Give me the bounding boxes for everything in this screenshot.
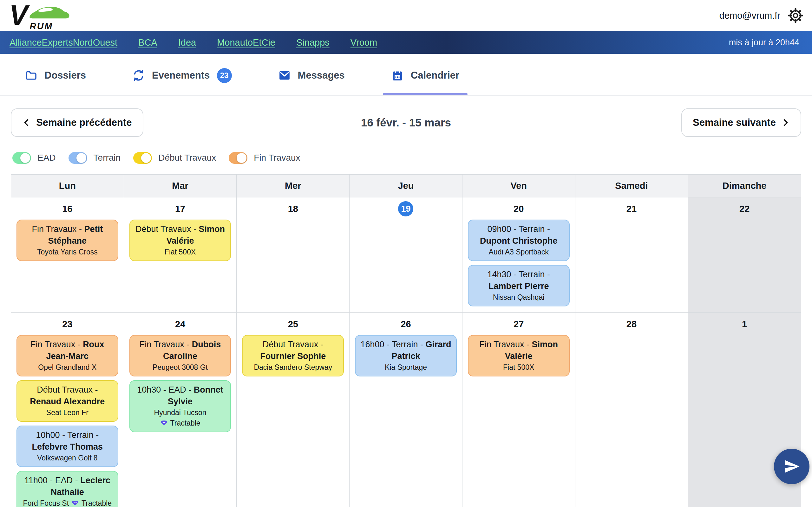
chevron-right-icon (781, 118, 790, 127)
nav-link-alliance[interactable]: AllianceExpertsNordOuest (9, 38, 117, 48)
calendar-grid: Lun Mar Mer Jeu Ven Samedi Dimanche 16 F… (11, 174, 801, 507)
event-type-filters: EAD Terrain Début Travaux Fin Travaux (0, 148, 812, 167)
chevron-left-icon (22, 118, 31, 127)
today-indicator: 19 (398, 201, 413, 216)
nav-link-vroom[interactable]: Vroom (351, 38, 377, 48)
event-card[interactable]: 14h30 - Terrain - Lambert Pierre Nissan … (468, 265, 570, 306)
calendar-icon (391, 69, 404, 82)
week-navigation: 16 févr. - 15 mars Semaine précédente Se… (0, 108, 812, 137)
day-cell-21: 21 (575, 198, 688, 313)
event-card[interactable]: Début Travaux - Fournier Sophie Dacia Sa… (242, 335, 344, 377)
filter-terrain: Terrain (68, 152, 121, 164)
day-number: 23 (11, 317, 124, 331)
day-cell-16: 16 Fin Travaux - Petit Stéphane Toyota Y… (11, 198, 124, 313)
last-updated-text: mis à jour à 20h44 (729, 38, 799, 48)
day-number: 20 (462, 202, 575, 216)
day-number: 18 (237, 202, 349, 216)
nav-link-sinapps[interactable]: Sinapps (296, 38, 329, 48)
event-card[interactable]: Fin Travaux - Simon Valérie Fiat 500X (468, 335, 570, 377)
day-number: 22 (688, 202, 801, 216)
day-cell-26: 26 16h00 - Terrain - Girard Patrick Kia … (350, 313, 462, 507)
tab-messages[interactable]: Messages (270, 56, 353, 95)
day-cell-28: 28 (575, 313, 688, 507)
send-icon (783, 458, 801, 475)
folder-icon (25, 69, 38, 82)
event-card[interactable]: 10h30 - EAD - Bonnet Sylvie Hyundai Tucs… (130, 380, 231, 432)
filter-ead: EAD (12, 152, 56, 164)
day-header-dimanche: Dimanche (688, 175, 801, 198)
vrum-logo[interactable]: V RUM (6, 1, 79, 30)
nav-link-monauto[interactable]: MonautoEtCie (217, 38, 275, 48)
event-card[interactable]: 11h00 - EAD - Leclerc Nathalie Ford Focu… (16, 471, 118, 507)
filter-fin-travaux: Fin Travaux (229, 152, 300, 164)
tab-evenements[interactable]: Evenements 23 (124, 56, 240, 95)
day-cell-27: 27 Fin Travaux - Simon Valérie Fiat 500X (462, 313, 575, 507)
day-header-jeu: Jeu (350, 175, 462, 198)
event-card[interactable]: 09h00 - Terrain - Dupont Christophe Audi… (468, 220, 570, 261)
event-card[interactable]: 10h00 - Terrain - Lefebvre Thomas Volksw… (16, 426, 118, 467)
svg-text:RUM: RUM (30, 21, 53, 30)
day-cell-23: 23 Fin Travaux - Roux Jean-Marc Opel Gra… (11, 313, 124, 507)
day-cell-24: 24 Fin Travaux - Dubois Caroline Peugeot… (124, 313, 237, 507)
evenements-count-badge: 23 (217, 68, 232, 83)
terrain-toggle[interactable] (68, 152, 87, 164)
day-cell-22: 22 (688, 198, 801, 313)
user-email: demo@vrum.fr (719, 10, 780, 21)
day-cell-17: 17 Début Travaux - Simon Valérie Fiat 50… (124, 198, 237, 313)
day-number: 17 (124, 202, 237, 216)
expert-navbar: AllianceExpertsNordOuest BCA Idea Monaut… (0, 31, 812, 54)
event-card[interactable]: Fin Travaux - Dubois Caroline Peugeot 30… (130, 335, 231, 377)
nav-link-bca[interactable]: BCA (138, 38, 157, 48)
send-fab-button[interactable] (774, 449, 809, 484)
nav-link-idea[interactable]: Idea (178, 38, 196, 48)
ead-toggle[interactable] (12, 152, 31, 164)
day-cell-25: 25 Début Travaux - Fournier Sophie Dacia… (237, 313, 350, 507)
day-number: 16 (11, 202, 124, 216)
event-card[interactable]: Début Travaux - Renaud Alexandre Seat Le… (16, 380, 118, 422)
day-header-lun: Lun (11, 175, 124, 198)
envelope-icon (278, 69, 291, 82)
day-cell-19: 19 (350, 198, 462, 313)
day-header-mar: Mar (124, 175, 237, 198)
sync-icon (132, 69, 145, 82)
calendar-week-row: 23 Fin Travaux - Roux Jean-Marc Opel Gra… (11, 313, 801, 507)
calendar-header-row: Lun Mar Mer Jeu Ven Samedi Dimanche (11, 175, 801, 198)
event-card[interactable]: 16h00 - Terrain - Girard Patrick Kia Spo… (355, 335, 457, 377)
filter-debut-travaux: Début Travaux (133, 152, 216, 164)
day-header-samedi: Samedi (575, 175, 688, 198)
tab-calendrier[interactable]: Calendrier (383, 56, 467, 95)
main-tabs: Dossiers Evenements 23 Messages Calendri… (0, 54, 812, 96)
day-header-mer: Mer (237, 175, 350, 198)
previous-week-button[interactable]: Semaine précédente (11, 108, 143, 137)
tractable-icon (71, 500, 79, 507)
day-cell-20: 20 09h00 - Terrain - Dupont Christophe A… (462, 198, 575, 313)
event-card[interactable]: Début Travaux - Simon Valérie Fiat 500X (130, 220, 231, 261)
day-number: 21 (575, 202, 688, 216)
day-header-ven: Ven (462, 175, 575, 198)
event-card[interactable]: Fin Travaux - Roux Jean-Marc Opel Grandl… (16, 335, 118, 377)
day-number: 28 (575, 317, 688, 331)
debut-travaux-toggle[interactable] (133, 152, 152, 164)
event-card[interactable]: Fin Travaux - Petit Stéphane Toyota Yari… (16, 220, 118, 261)
day-number: 27 (462, 317, 575, 331)
calendar-week-row: 16 Fin Travaux - Petit Stéphane Toyota Y… (11, 198, 801, 313)
app-header: V RUM demo@vrum.fr (0, 0, 812, 31)
gear-icon[interactable] (787, 7, 804, 24)
tab-dossiers[interactable]: Dossiers (16, 56, 94, 95)
next-week-button[interactable]: Semaine suivante (681, 108, 801, 137)
day-number: 24 (124, 317, 237, 331)
svg-text:V: V (9, 1, 30, 30)
day-number: 25 (237, 317, 349, 331)
tractable-icon (160, 419, 168, 427)
fin-travaux-toggle[interactable] (229, 152, 247, 164)
day-number: 1 (688, 317, 801, 331)
day-number: 26 (350, 317, 462, 331)
day-cell-18: 18 (237, 198, 350, 313)
